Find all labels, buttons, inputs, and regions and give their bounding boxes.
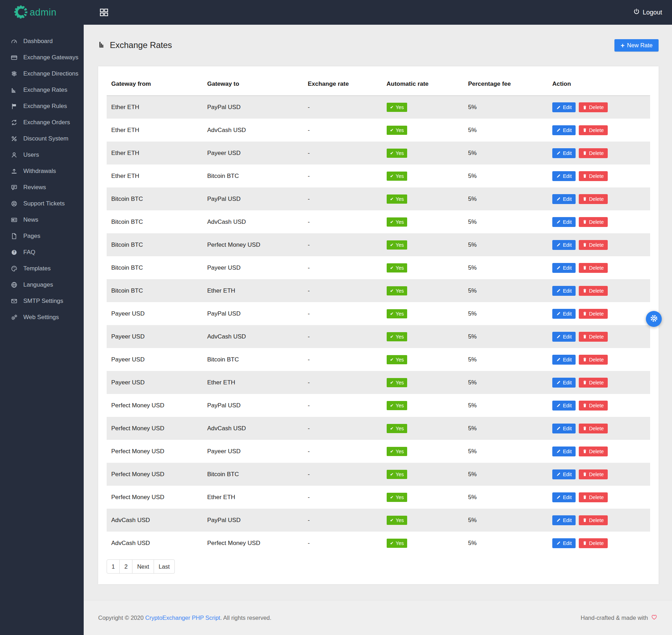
- edit-button[interactable]: Edit: [552, 492, 576, 502]
- pencil-icon: [556, 242, 561, 247]
- action-cell: EditDelete: [552, 532, 650, 555]
- pagination-button-2[interactable]: 2: [119, 559, 132, 574]
- pencil-icon: [556, 105, 561, 110]
- edit-label: Edit: [563, 357, 572, 363]
- sidebar-item-exchange-orders[interactable]: Exchange Orders: [0, 114, 84, 131]
- edit-button[interactable]: Edit: [552, 424, 576, 433]
- delete-button[interactable]: Delete: [579, 263, 608, 273]
- edit-label: Edit: [563, 219, 572, 225]
- brand-logo[interactable]: admin: [0, 0, 84, 25]
- delete-button[interactable]: Delete: [579, 194, 608, 204]
- sidebar-item-dashboard[interactable]: Dashboard: [0, 33, 84, 49]
- pagination: 12NextLast: [107, 559, 650, 574]
- delete-button[interactable]: Delete: [579, 355, 608, 365]
- edit-button[interactable]: Edit: [552, 217, 576, 227]
- delete-button[interactable]: Delete: [579, 240, 608, 250]
- table-row: Payeer USDAdvCash USD-✔Yes5%EditDelete: [107, 325, 650, 348]
- edit-button[interactable]: Edit: [552, 102, 576, 112]
- trash-icon: [583, 197, 587, 201]
- edit-button[interactable]: Edit: [552, 263, 576, 273]
- edit-button[interactable]: Edit: [552, 378, 576, 388]
- pagination-button-last[interactable]: Last: [154, 559, 174, 574]
- delete-button[interactable]: Delete: [579, 538, 608, 548]
- table-row: Bitcoin BTCPayPal USD-✔Yes5%EditDelete: [107, 187, 650, 210]
- edit-button[interactable]: Edit: [552, 309, 576, 319]
- sidebar-item-exchange-rates[interactable]: Exchange Rates: [0, 82, 84, 98]
- action-cell: EditDelete: [552, 302, 650, 325]
- sidebar-item-withdrawals[interactable]: Withdrawals: [0, 163, 84, 179]
- edit-button[interactable]: Edit: [552, 447, 576, 456]
- edit-button[interactable]: Edit: [552, 240, 576, 250]
- sidebar-item-languages[interactable]: Languages: [0, 277, 84, 293]
- delete-button[interactable]: Delete: [579, 286, 608, 296]
- delete-button[interactable]: Delete: [579, 401, 608, 411]
- delete-button[interactable]: Delete: [579, 447, 608, 456]
- edit-button[interactable]: Edit: [552, 194, 576, 204]
- edit-button[interactable]: Edit: [552, 332, 576, 342]
- delete-button[interactable]: Delete: [579, 125, 608, 135]
- delete-button[interactable]: Delete: [579, 378, 608, 388]
- edit-button[interactable]: Edit: [552, 171, 576, 181]
- sidebar-item-faq[interactable]: ?FAQ: [0, 244, 84, 260]
- percentage-fee-cell: 5%: [468, 256, 552, 279]
- sidebar-item-news[interactable]: News: [0, 212, 84, 228]
- edit-button[interactable]: Edit: [552, 538, 576, 548]
- grid-menu-icon[interactable]: [99, 7, 110, 18]
- flag-icon: [10, 103, 18, 110]
- delete-button[interactable]: Delete: [579, 424, 608, 433]
- sidebar-item-reviews[interactable]: Reviews: [0, 179, 84, 196]
- delete-button[interactable]: Delete: [579, 469, 608, 479]
- edit-button[interactable]: Edit: [552, 125, 576, 135]
- delete-label: Delete: [589, 173, 604, 179]
- edit-button[interactable]: Edit: [552, 286, 576, 296]
- delete-button[interactable]: Delete: [579, 217, 608, 227]
- action-cell: EditDelete: [552, 371, 650, 394]
- column-header-gateway-from: Gateway from: [107, 75, 207, 96]
- delete-button[interactable]: Delete: [579, 332, 608, 342]
- gateway-from-cell: Bitcoin BTC: [107, 256, 207, 279]
- delete-button[interactable]: Delete: [579, 515, 608, 525]
- sidebar-item-exchange-gateways[interactable]: Exchange Gateways: [0, 49, 84, 66]
- trash-icon: [583, 311, 587, 316]
- delete-button[interactable]: Delete: [579, 171, 608, 181]
- edit-label: Edit: [563, 426, 572, 431]
- table-row: Perfect Money USDPayeer USD-✔Yes5%EditDe…: [107, 440, 650, 463]
- delete-button[interactable]: Delete: [579, 492, 608, 502]
- edit-button[interactable]: Edit: [552, 469, 576, 479]
- sidebar-item-exchange-rules[interactable]: Exchange Rules: [0, 98, 84, 114]
- pagination-button-1[interactable]: 1: [107, 559, 120, 574]
- sidebar-item-support-tickets[interactable]: Support Tickets: [0, 196, 84, 212]
- action-cell: EditDelete: [552, 417, 650, 440]
- sidebar-item-smtp-settings[interactable]: SMTP Settings: [0, 293, 84, 309]
- sidebar-item-templates[interactable]: Templates: [0, 260, 84, 277]
- edit-button[interactable]: Edit: [552, 355, 576, 365]
- exchange-rate-cell: -: [308, 509, 386, 532]
- copyright-link[interactable]: CryptoExchanger PHP Script: [145, 615, 220, 621]
- automatic-rate-badge: ✔Yes: [387, 286, 408, 295]
- question-circle-icon: ?: [10, 249, 18, 256]
- edit-button[interactable]: Edit: [552, 515, 576, 525]
- sidebar-item-users[interactable]: Users: [0, 147, 84, 163]
- edit-button[interactable]: Edit: [552, 401, 576, 411]
- pencil-icon: [556, 128, 561, 132]
- sidebar-item-web-settings[interactable]: Web Settings: [0, 309, 84, 325]
- sidebar-item-discount-system[interactable]: Discount System: [0, 131, 84, 147]
- edit-button[interactable]: Edit: [552, 148, 576, 158]
- sidebar-item-pages[interactable]: Pages: [0, 228, 84, 244]
- content: Exchange Rates + New Rate Gateway fromGa…: [84, 25, 672, 600]
- gateway-from-cell: AdvCash USD: [107, 509, 207, 532]
- delete-button[interactable]: Delete: [579, 102, 608, 112]
- settings-fab-button[interactable]: [646, 311, 662, 327]
- check-icon: ✔: [390, 174, 394, 178]
- pagination-button-next[interactable]: Next: [132, 559, 154, 574]
- delete-button[interactable]: Delete: [579, 148, 608, 158]
- logout-button[interactable]: Logout: [633, 8, 662, 17]
- percentage-fee-cell: 5%: [468, 463, 552, 486]
- percentage-fee-cell: 5%: [468, 486, 552, 509]
- new-rate-button[interactable]: + New Rate: [614, 39, 659, 52]
- sidebar-item-exchange-directions[interactable]: Exchange Directions: [0, 66, 84, 82]
- delete-button[interactable]: Delete: [579, 309, 608, 319]
- percentage-fee-cell: 5%: [468, 348, 552, 371]
- power-icon: [633, 8, 640, 17]
- action-cell: EditDelete: [552, 119, 650, 142]
